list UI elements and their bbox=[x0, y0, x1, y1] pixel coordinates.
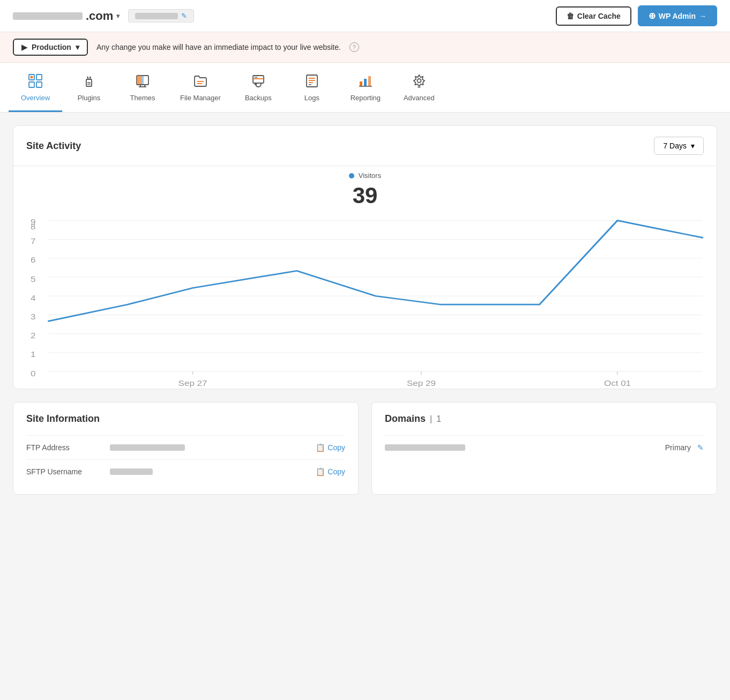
environment-badge[interactable]: ▶ Production ▾ bbox=[13, 39, 88, 56]
site-information-title: Site Information bbox=[26, 413, 345, 425]
advanced-icon bbox=[409, 71, 429, 91]
sftp-copy-button[interactable]: 📋 Copy bbox=[316, 467, 345, 476]
svg-text:3: 3 bbox=[31, 312, 35, 321]
domains-count: 1 bbox=[436, 414, 441, 424]
domain-text: .com bbox=[86, 9, 113, 23]
tab-advanced[interactable]: Advanced bbox=[392, 63, 446, 112]
reporting-icon bbox=[356, 71, 375, 91]
svg-rect-31 bbox=[364, 79, 367, 86]
ftp-address-row: FTP Address 📋 Copy bbox=[26, 435, 345, 459]
play-icon: ▶ bbox=[21, 43, 27, 51]
tab-backups[interactable]: Backups bbox=[232, 63, 285, 112]
wp-admin-label: WP Admin bbox=[659, 12, 696, 20]
file-manager-icon bbox=[191, 71, 210, 91]
svg-rect-21 bbox=[253, 76, 264, 83]
header-right: 🗑 Clear Cache ⊕ WP Admin → bbox=[556, 5, 717, 26]
tab-plugins-label: Plugins bbox=[78, 94, 101, 102]
chart-legend: Visitors bbox=[13, 172, 717, 180]
ftp-copy-button[interactable]: 📋 Copy bbox=[316, 443, 345, 452]
svg-text:Sep 29: Sep 29 bbox=[407, 379, 436, 387]
themes-icon bbox=[133, 71, 152, 91]
domain-chevron-icon[interactable]: ▾ bbox=[116, 12, 120, 20]
environment-bar: ▶ Production ▾ Any change you make will … bbox=[0, 32, 730, 63]
legend-dot bbox=[349, 173, 354, 178]
site-name-blurred bbox=[135, 13, 178, 19]
svg-rect-30 bbox=[360, 81, 362, 86]
header-left: .com ▾ ✎ bbox=[13, 9, 194, 23]
ftp-copy-label: Copy bbox=[327, 443, 345, 452]
cache-icon: 🗑 bbox=[567, 12, 574, 20]
wp-icon: ⊕ bbox=[649, 11, 655, 21]
svg-point-34 bbox=[417, 79, 421, 83]
svg-text:0: 0 bbox=[31, 369, 36, 377]
tab-file-manager-label: File Manager bbox=[180, 94, 221, 102]
domain-primary-label: Primary bbox=[665, 443, 691, 452]
svg-rect-1 bbox=[36, 75, 42, 80]
environment-label: Production bbox=[32, 43, 71, 51]
sftp-username-row: SFTP Username 📋 Copy bbox=[26, 459, 345, 483]
tab-logs[interactable]: Logs bbox=[285, 63, 339, 112]
domains-label: Domains bbox=[385, 413, 426, 425]
help-icon[interactable]: ? bbox=[349, 42, 359, 52]
nav-tabs: Overview Plugins bbox=[0, 63, 730, 113]
svg-text:2: 2 bbox=[31, 332, 35, 340]
domain-value bbox=[385, 444, 465, 451]
wp-admin-arrow-icon: → bbox=[699, 12, 706, 20]
domains-title-area: Domains | 1 bbox=[385, 413, 704, 425]
plugins-icon bbox=[79, 71, 99, 91]
main-content: Site Activity 7 Days ▾ Visitors 39 0 1 2… bbox=[0, 113, 730, 508]
sftp-username-value bbox=[110, 468, 153, 475]
svg-rect-2 bbox=[29, 82, 34, 87]
backups-icon bbox=[249, 71, 268, 91]
sftp-copy-icon: 📋 bbox=[316, 467, 325, 476]
two-col-section: Site Information FTP Address 📋 Copy SFTP… bbox=[13, 402, 717, 495]
env-message: Any change you make will have an immedia… bbox=[96, 43, 341, 51]
domains-section: Domains | 1 Primary ✎ bbox=[371, 402, 717, 495]
copy-icon: 📋 bbox=[316, 443, 325, 452]
chart-svg: 0 1 2 3 4 5 6 7 8 9 bbox=[13, 217, 717, 389]
tab-themes[interactable]: Themes bbox=[116, 63, 169, 112]
clear-cache-button[interactable]: 🗑 Clear Cache bbox=[556, 6, 631, 26]
tab-plugins[interactable]: Plugins bbox=[62, 63, 116, 112]
site-information-section: Site Information FTP Address 📋 Copy SFTP… bbox=[13, 402, 359, 495]
tab-file-manager[interactable]: File Manager bbox=[169, 63, 232, 112]
tab-overview[interactable]: Overview bbox=[9, 63, 62, 112]
tab-reporting-label: Reporting bbox=[351, 94, 381, 102]
site-activity-title: Site Activity bbox=[26, 140, 81, 152]
svg-text:9: 9 bbox=[31, 218, 35, 226]
site-activity-body: Visitors 39 0 1 2 3 4 5 6 7 8 9 bbox=[13, 166, 717, 389]
tab-overview-label: Overview bbox=[21, 94, 50, 102]
tab-backups-label: Backups bbox=[245, 94, 272, 102]
svg-text:6: 6 bbox=[31, 256, 35, 264]
ftp-address-value bbox=[110, 444, 185, 451]
chart-total-visitors: 39 bbox=[13, 183, 717, 208]
tab-advanced-label: Advanced bbox=[404, 94, 435, 102]
days-filter-dropdown[interactable]: 7 Days ▾ bbox=[654, 137, 704, 155]
sftp-copy-label: Copy bbox=[327, 467, 345, 476]
overview-icon bbox=[26, 71, 45, 91]
svg-rect-14 bbox=[141, 76, 144, 85]
svg-text:Oct 01: Oct 01 bbox=[604, 379, 631, 387]
site-name-edit-icon[interactable]: ✎ bbox=[181, 12, 187, 20]
svg-text:7: 7 bbox=[31, 237, 35, 245]
site-activity-card: Site Activity 7 Days ▾ Visitors 39 0 1 2… bbox=[13, 125, 717, 389]
env-chevron-icon: ▾ bbox=[76, 43, 79, 51]
svg-text:1: 1 bbox=[31, 351, 35, 359]
svg-rect-32 bbox=[368, 76, 371, 86]
svg-rect-13 bbox=[137, 76, 141, 85]
domain-blurred bbox=[13, 12, 83, 20]
sftp-username-label: SFTP Username bbox=[26, 467, 101, 476]
tab-themes-label: Themes bbox=[130, 94, 155, 102]
svg-point-4 bbox=[31, 76, 33, 79]
domain-row: Primary ✎ bbox=[385, 435, 704, 459]
wp-admin-button[interactable]: ⊕ WP Admin → bbox=[638, 5, 717, 26]
days-filter-chevron-icon: ▾ bbox=[691, 142, 695, 150]
logs-icon bbox=[302, 71, 322, 91]
svg-rect-3 bbox=[36, 82, 42, 87]
ftp-address-label: FTP Address bbox=[26, 443, 101, 452]
site-name-tag: ✎ bbox=[128, 9, 194, 23]
domain-edit-icon[interactable]: ✎ bbox=[697, 443, 704, 452]
site-domain: .com ▾ bbox=[13, 9, 120, 23]
legend-label: Visitors bbox=[359, 172, 381, 180]
tab-reporting[interactable]: Reporting bbox=[339, 63, 392, 112]
